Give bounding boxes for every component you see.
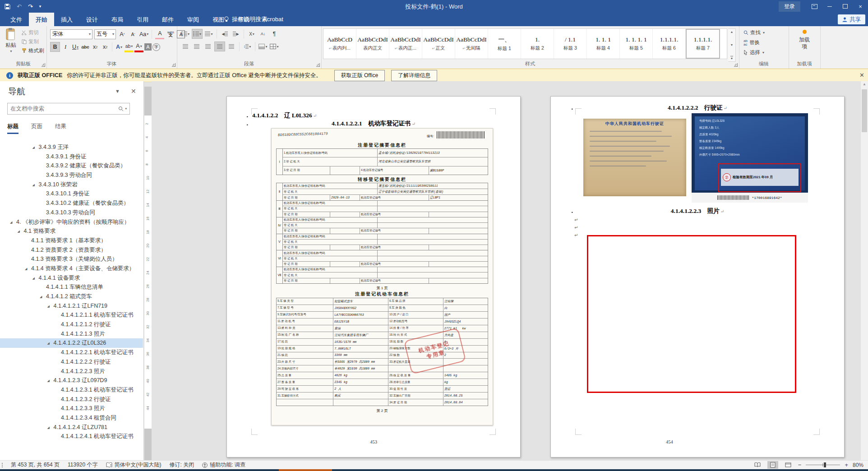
find-button[interactable]: 查找▾ (743, 29, 765, 37)
expand-triangle-icon[interactable]: ◢ (47, 423, 54, 433)
nav-item[interactable]: 4.1.4.1.2.1.3 照片 (0, 329, 143, 339)
underline-button[interactable]: U▾ (71, 42, 80, 51)
nav-item[interactable]: 4.1.4.1.2.1.1 机动车登记证书 (0, 310, 143, 320)
nav-item[interactable]: 3.4.3.9.3 劳动合同 (0, 171, 143, 180)
grow-font-button[interactable]: A^ (118, 30, 127, 39)
nav-item[interactable]: ◢4.1.4.1.2.2 辽L0L326 (0, 338, 143, 348)
nav-item[interactable]: 4.1.4.1.1 车辆信息清单 (0, 282, 143, 292)
zoom-level[interactable]: 80% (853, 462, 863, 468)
replace-button[interactable]: abac 替换 (743, 39, 765, 46)
vertical-ruler[interactable]: 2468101214161820222426283032343638404244 (144, 87, 152, 461)
document-page-453[interactable]: ▪ 4.1.4.1.2.2 辽 L0L326↵ ▪ 4.1.4.1.2.2.1 … (226, 96, 521, 457)
nav-tab-标题[interactable]: 标题 (7, 123, 18, 134)
zoom-in-button[interactable]: + (845, 462, 848, 468)
select-button[interactable]: 选择▾ (743, 49, 765, 56)
accessibility-status[interactable]: 辅助功能: 调查 (202, 461, 245, 469)
nav-item[interactable]: ◢4.1.4.1.2.3 辽L097D9 (0, 376, 143, 385)
font-size-combo[interactable]: 五号▾ (94, 29, 116, 39)
increase-indent-button[interactable]: ▶ (231, 29, 241, 38)
style-gallery-scroll[interactable]: ▲ ▼ ▼ (728, 28, 736, 62)
style-item-9[interactable]: 1. 1. 1标题 4 (587, 29, 620, 59)
nav-item[interactable]: ◢3.4.3.9 王洋 (0, 143, 143, 152)
style-item-6[interactable]: 一、标题 1 (488, 29, 521, 59)
print-layout-view-button[interactable] (767, 461, 778, 469)
style-item-10[interactable]: 1. 1. 1. 1标题 5 (620, 29, 653, 59)
share-button[interactable]: 共享 (838, 14, 865, 24)
strikethrough-button[interactable]: abc (81, 42, 90, 51)
minimize-button[interactable] (822, 0, 837, 13)
decrease-indent-button[interactable]: ◀ (220, 29, 230, 38)
asian-layout-button[interactable]: X▾ (247, 29, 257, 38)
nav-item[interactable]: ◢4.1.4 资格要求 4（主要设备、仓储要求） (0, 264, 143, 273)
search-input[interactable] (8, 106, 118, 112)
character-shading-button[interactable]: A (144, 43, 152, 51)
style-item-4[interactable]: AaBbCcDdI↵正文 (422, 29, 455, 59)
font-name-combo[interactable]: 宋体▾ (50, 29, 92, 39)
scrollbar-thumb[interactable] (862, 89, 867, 132)
sort-button[interactable]: A↓ (258, 29, 268, 38)
bold-button[interactable]: B (50, 42, 60, 52)
expand-triangle-icon[interactable]: ◢ (10, 218, 16, 227)
enclose-characters-button[interactable]: 字 (152, 43, 160, 51)
gallery-up-icon[interactable]: ▲ (730, 30, 734, 33)
nav-item[interactable]: 3.4.3.10.1 身份证 (0, 189, 143, 199)
close-button[interactable]: × (853, 0, 868, 13)
align-left-button[interactable] (180, 42, 190, 51)
font-color-button[interactable]: A▾ (134, 42, 143, 52)
numbering-button[interactable]: ▾ (192, 29, 203, 39)
style-item-12[interactable]: 1.1.1.1.标题 7 (686, 29, 720, 59)
tab-邮件[interactable]: 邮件 (155, 13, 180, 26)
nav-item[interactable]: 4.1.4.1.2.4.1 机动车登记证书 (0, 432, 143, 441)
expand-triangle-icon[interactable]: ◢ (32, 143, 39, 152)
clipboard-dialog-launcher-icon[interactable] (42, 63, 45, 67)
change-case-button[interactable]: Aa▾ (139, 30, 148, 39)
style-item-5[interactable]: AaBbCcDdI↵无间隔 (455, 29, 488, 59)
tab-插入[interactable]: 插入 (54, 13, 79, 26)
search-icon[interactable]: ▾ (118, 106, 129, 111)
superscript-button[interactable]: x2 (101, 42, 110, 51)
expand-triangle-icon[interactable]: ◢ (47, 376, 54, 386)
style-item-8[interactable]: / 1.1标题 3 (554, 29, 587, 59)
learn-more-button[interactable]: 了解详细信息 (391, 70, 437, 81)
style-item-2[interactable]: AaBbCcDdI表内正文 (356, 29, 389, 59)
vertical-scrollbar[interactable]: ▲ (860, 81, 868, 461)
get-genuine-office-button[interactable]: 获取正版 Office (334, 70, 385, 81)
proofing-status[interactable]: 简体中文(中国大陆) (106, 461, 162, 469)
style-item-7[interactable]: 1.标题 2 (521, 29, 554, 59)
nav-item[interactable]: 4.1.4.1.2.3.2 行驶证 (0, 395, 143, 404)
nav-item[interactable]: 4.1.1 资格要求 1（基本要求） (0, 236, 143, 245)
copy-button[interactable]: 复制 (22, 38, 44, 46)
style-item-1[interactable]: AaBbCcD↵表内列... (323, 29, 356, 59)
nav-item[interactable]: ◢4.1.4.1.2.1 辽LFN719 (0, 301, 143, 311)
show-marks-button[interactable]: ¶ (269, 29, 279, 38)
format-painter-button[interactable]: 格式刷 (22, 47, 44, 55)
text-effects-button[interactable]: A▾ (115, 42, 124, 51)
tab-布局[interactable]: 布局 (105, 13, 130, 26)
expand-triangle-icon[interactable]: ◢ (25, 264, 31, 274)
paste-dropdown-icon[interactable]: ▾ (10, 49, 12, 53)
font-dialog-launcher-icon[interactable] (172, 63, 175, 67)
highlight-button[interactable]: ab▾ (125, 42, 134, 52)
line-spacing-button[interactable]: ↕▾ (242, 42, 252, 51)
nav-item[interactable]: 3.4.3.10.2 健康证（餐饮食品类） (0, 199, 143, 208)
nav-tab-结果[interactable]: 结果 (55, 123, 66, 134)
document-page-454[interactable]: ▪ 4.1.4.1.2.2.2 行驶证↵ 中华人民共和国机动车行驶证 号牌号码 … (550, 96, 845, 457)
word-count[interactable]: 113920 个字 (68, 461, 98, 469)
style-item-11[interactable]: 1.1.1.1.标题 6 (653, 29, 686, 59)
bullets-button[interactable]: ▾ (180, 29, 190, 38)
shrink-font-button[interactable]: Aˇ (129, 30, 138, 39)
license-bar-close-icon[interactable]: ✕ (859, 72, 864, 78)
tab-设计[interactable]: 设计 (79, 13, 105, 26)
ribbon-display-options-icon[interactable] (807, 0, 822, 13)
tab-审阅[interactable]: 审阅 (180, 13, 206, 26)
scroll-up-icon[interactable]: ▲ (861, 82, 868, 86)
expand-triangle-icon[interactable]: ◢ (47, 302, 54, 311)
zoom-slider-thumb[interactable] (824, 462, 826, 467)
expand-triangle-icon[interactable]: ◢ (18, 227, 24, 236)
nav-item[interactable]: ◢3.4.3.10 张荣岩 (0, 180, 143, 189)
expand-triangle-icon[interactable]: ◢ (47, 339, 54, 348)
nav-item[interactable]: ◢4. 《初步评审》中响应的资料（按顺序响应） (0, 217, 143, 227)
clear-formatting-button[interactable]: A (155, 29, 164, 39)
nav-item[interactable]: 4.1.3 资格要求 3（关键岗位人员） (0, 254, 143, 264)
nav-item[interactable]: ◢4.1 资格要求 (0, 226, 143, 236)
